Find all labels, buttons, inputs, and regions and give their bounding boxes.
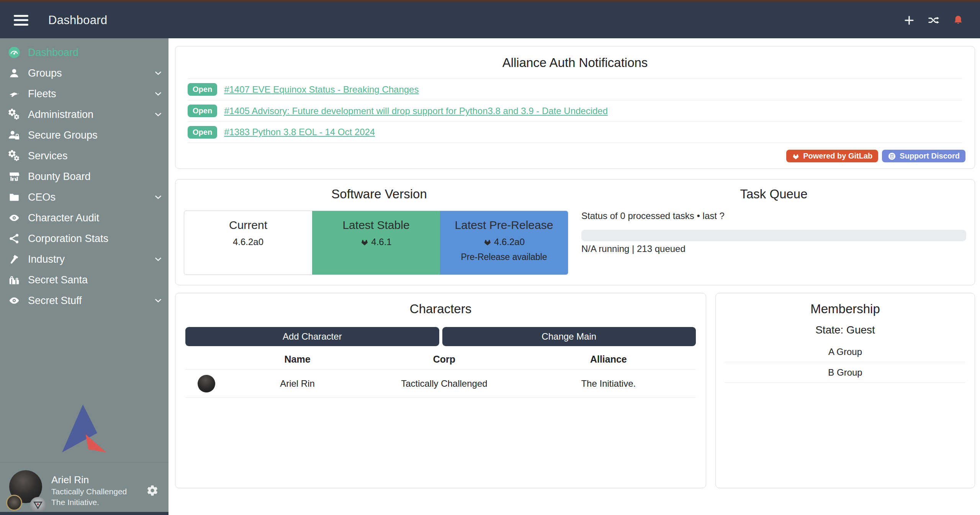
- task-queue-title: Task Queue: [581, 187, 966, 201]
- change-main-button[interactable]: Change Main: [442, 327, 696, 346]
- sidebar-divider: [0, 462, 169, 463]
- powered-by-gitlab-badge[interactable]: Powered by GitLab: [786, 150, 878, 162]
- sidebar-nav: Dashboard Groups Fleets Ad: [0, 42, 169, 311]
- task-queue-progressbar: [581, 230, 966, 241]
- notifications-list: Open #1407 EVE Equinox Status - Breaking…: [185, 78, 965, 143]
- gitlab-icon: [360, 238, 369, 246]
- version-latest-stable: Latest Stable 4.6.1: [312, 211, 440, 275]
- page-title: Dashboard: [48, 13, 107, 27]
- sidebar-item-label: Secure Groups: [28, 129, 163, 141]
- sidebar-item-label: Groups: [28, 67, 153, 79]
- navbar-actions: [903, 14, 965, 27]
- character-name: Ariel Rin: [227, 378, 367, 389]
- sidebar-item-ceos[interactable]: CEOs: [0, 187, 169, 208]
- col-name: Name: [227, 354, 367, 365]
- chevron-down-icon: [153, 192, 163, 202]
- character-corp: Tactically Challenged: [367, 378, 521, 389]
- sidebar-item-secret-santa[interactable]: Secret Santa: [0, 270, 169, 290]
- membership-groups: A Group B Group: [725, 342, 965, 383]
- notification-link[interactable]: #1407 EVE Equinox Status - Breaking Chan…: [224, 84, 419, 95]
- membership-title: Membership: [725, 302, 965, 316]
- main-content: Alliance Auth Notifications Open #1407 E…: [169, 38, 980, 515]
- hammer-icon: [8, 253, 20, 265]
- col-alliance: Alliance: [521, 354, 696, 365]
- gears-icon: [8, 108, 20, 121]
- sidebar-item-groups[interactable]: Groups: [0, 63, 169, 83]
- gifts-icon: [8, 274, 20, 286]
- sidebar-item-secure-groups[interactable]: Secure Groups: [0, 125, 169, 146]
- gitlab-icon: [483, 238, 492, 246]
- sidebar-item-label: Secret Stuff: [28, 295, 153, 307]
- menu-toggle-button[interactable]: [14, 15, 28, 26]
- notification-link[interactable]: #1383 Python 3.8 EOL - 14 Oct 2024: [224, 127, 375, 137]
- status-badge: Open: [188, 83, 217, 96]
- add-icon[interactable]: [903, 14, 916, 27]
- sidebar-item-label: Services: [28, 150, 163, 162]
- sidebar-item-label: Corporation Stats: [28, 233, 163, 245]
- sidebar-item-fleets[interactable]: Fleets: [0, 83, 169, 104]
- eye-icon: [8, 212, 20, 224]
- sidebar: Dashboard Groups Fleets Ad: [0, 38, 169, 515]
- sidebar-item-dashboard[interactable]: Dashboard: [0, 42, 169, 63]
- user-panel: Ariel Rin Tactically Challenged The Init…: [0, 469, 169, 512]
- sidebar-item-services[interactable]: Services: [0, 146, 169, 166]
- gitlab-icon: [792, 152, 800, 160]
- character-avatar: [198, 375, 215, 392]
- menu-icon: [14, 15, 28, 17]
- sidebar-item-administration[interactable]: Administration: [0, 104, 169, 125]
- user-info: Ariel Rin Tactically Challenged The Init…: [51, 473, 146, 508]
- character-alliance: The Initiative.: [521, 378, 696, 389]
- notification-row[interactable]: Open #1407 EVE Equinox Status - Breaking…: [188, 78, 962, 100]
- task-queue-section: Task Queue Status of 0 processed tasks •…: [574, 187, 966, 278]
- user-avatar[interactable]: [8, 469, 43, 512]
- shuffle-icon[interactable]: [927, 14, 940, 27]
- membership-state: State: Guest: [725, 324, 965, 336]
- status-badge: Open: [188, 105, 217, 117]
- notification-link[interactable]: #1405 Advisory: Future development will …: [224, 106, 608, 116]
- navbar: Dashboard: [0, 2, 980, 38]
- user-alliance: The Initiative.: [51, 497, 146, 508]
- notifications-title: Alliance Auth Notifications: [185, 56, 965, 70]
- chevron-down-icon: [153, 110, 163, 119]
- sidebar-item-bounty-board[interactable]: Bounty Board: [0, 166, 169, 187]
- discord-icon: [888, 152, 896, 160]
- group-row: A Group: [725, 342, 965, 362]
- sidebar-item-industry[interactable]: Industry: [0, 249, 169, 270]
- gears-icon: [8, 150, 20, 162]
- characters-table-header: Name Corp Alliance: [185, 349, 696, 369]
- page: Dashboard: [0, 0, 980, 515]
- status-badge: Open: [188, 126, 217, 139]
- sidebar-bottom-strip: [0, 512, 169, 515]
- notification-row[interactable]: Open #1405 Advisory: Future development …: [188, 100, 962, 121]
- notification-bell-icon[interactable]: [952, 14, 965, 27]
- sidebar-item-secret-stuff[interactable]: Secret Stuff: [0, 290, 169, 311]
- characters-table: Name Corp Alliance Ariel Rin Tactically …: [185, 349, 696, 398]
- user-icon: [8, 67, 20, 79]
- chevron-down-icon: [153, 296, 163, 306]
- alliance-logo-badge: [30, 497, 46, 513]
- user-lock-icon: [8, 129, 20, 141]
- eye-icon: [8, 294, 20, 307]
- sidebar-item-label: Fleets: [28, 88, 153, 100]
- user-name: Ariel Rin: [51, 473, 146, 486]
- support-discord-badge[interactable]: Support Discord: [882, 150, 965, 162]
- user-corp: Tactically Challenged: [51, 486, 146, 497]
- version-columns: Current 4.6.2a0 Latest Stable 4.6.1 Late…: [184, 211, 568, 275]
- chevron-down-icon: [153, 254, 163, 264]
- storefront-icon: [8, 170, 20, 183]
- notifications-footer: Powered by GitLab Support Discord: [185, 150, 965, 162]
- sidebar-item-label: Dashboard: [28, 47, 163, 59]
- sidebar-item-label: Bounty Board: [28, 171, 163, 183]
- software-version-section: Software Version Current 4.6.2a0 Latest …: [184, 187, 574, 278]
- jet-icon: [8, 88, 20, 100]
- sidebar-item-label: Character Audit: [28, 212, 163, 224]
- group-row: B Group: [725, 362, 965, 383]
- software-version-title: Software Version: [184, 187, 574, 201]
- settings-gear-icon[interactable]: [146, 484, 159, 497]
- sidebar-item-character-audit[interactable]: Character Audit: [0, 208, 169, 228]
- task-queue-footer: N/A running | 213 queued: [581, 244, 966, 254]
- sidebar-item-corporation-stats[interactable]: Corporation Stats: [0, 228, 169, 249]
- add-character-button[interactable]: Add Character: [185, 327, 439, 346]
- notification-row[interactable]: Open #1383 Python 3.8 EOL - 14 Oct 2024: [188, 121, 962, 143]
- sidebar-item-label: Secret Santa: [28, 274, 163, 286]
